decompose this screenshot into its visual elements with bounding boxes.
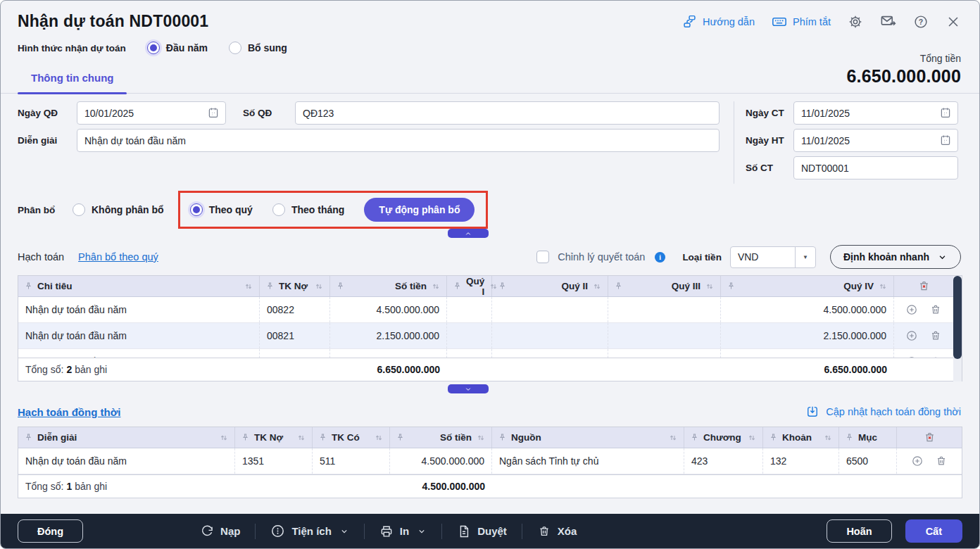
col-quy-1-header[interactable]: Quý I [447,276,492,296]
reload-button[interactable]: Nạp [200,524,255,538]
delete-row-button[interactable] [929,329,942,342]
guide-link[interactable]: Hướng dẫn [682,14,755,29]
pin-icon[interactable] [845,433,854,442]
col-so-tien-header[interactable]: Số tiền [390,427,492,448]
radio-theo-quy[interactable]: Theo quý [190,203,253,216]
sort-arrows-icon[interactable] [314,282,324,291]
col-quy-4-header[interactable]: Quý IV [721,276,894,296]
radio-bo-sung[interactable]: Bổ sung [229,42,287,54]
titlebar-actions: Hướng dẫn Phím tắt [682,13,961,30]
info-circle-icon[interactable] [653,251,667,264]
table-row[interactable]: Nhận dự toán đầu năm 00821 2.150.000.000… [18,323,962,349]
trash-icon [537,524,551,538]
add-row-button[interactable] [905,329,918,342]
trash-x-icon[interactable] [923,431,936,444]
radio-dot [73,203,85,216]
feedback-button[interactable] [880,13,896,30]
pin-icon[interactable] [690,433,699,442]
sort-arrows-icon[interactable] [374,433,384,443]
so-ct-input[interactable] [793,156,958,179]
pin-icon[interactable] [241,433,250,442]
delete-button[interactable]: Xóa [522,524,592,538]
sort-arrows-icon[interactable] [476,433,486,443]
table-row[interactable]: Nhận dự toán đầu năm 00822 4.500.000.000… [18,297,962,323]
collapse-down-button[interactable] [448,384,489,393]
table-row[interactable]: Nhận dự toán đầu năm 1351 511 4.500.000.… [18,448,962,474]
close-dialog-button[interactable]: Đóng [18,519,83,543]
shortcut-link[interactable]: Phím tắt [772,14,831,30]
sort-arrows-icon[interactable] [747,433,757,443]
col-tk-no-header[interactable]: TK Nợ [235,427,313,448]
pin-icon[interactable] [265,282,275,291]
sort-arrows-icon[interactable] [296,433,306,443]
ngay-ct-input[interactable] [793,101,958,125]
update-dong-thoi-link[interactable]: Cập nhật hạch toán đồng thời [805,405,961,419]
add-row-button[interactable] [905,303,918,316]
col-delete-header[interactable] [894,276,953,296]
chinh-ly-checkbox[interactable] [536,251,549,263]
pin-icon[interactable] [614,282,623,291]
table-scrollbar-track[interactable] [953,276,962,381]
radio-khong-phan-bo[interactable]: Không phân bổ [73,203,164,216]
sort-arrows-icon[interactable] [244,282,253,291]
sort-arrows-icon[interactable] [668,433,678,443]
pin-icon[interactable] [24,433,33,442]
col-delete-header[interactable] [897,427,962,448]
print-button[interactable]: In [365,524,441,538]
so-qd-input[interactable] [295,101,720,125]
table-scrollbar-thumb[interactable] [953,276,962,359]
pin-icon[interactable] [498,433,507,442]
dong-thoi-title-link[interactable]: Hạch toán đồng thời [18,406,120,418]
sort-arrows-icon[interactable] [219,433,229,443]
delete-row-button[interactable] [929,355,942,358]
radio-dau-nam[interactable]: Đầu năm [147,42,208,54]
col-chi-tieu-header[interactable]: Chi tiêu [18,276,260,296]
ngay-ht-input[interactable] [793,129,958,152]
sort-arrows-icon[interactable] [878,282,888,291]
col-quy-2-header[interactable]: Quý II [492,276,608,296]
radio-theo-thang[interactable]: Theo tháng [272,203,344,216]
postpone-button[interactable]: Hoãn [827,519,891,543]
table-row-clipped[interactable]: Nhận dự toán đầu năm 00820 [18,349,962,358]
col-khoan-header[interactable]: Khoản [763,427,839,448]
col-dien-giai-header[interactable]: Diễn giải [18,427,235,448]
phan-bo-theo-quy-link[interactable]: Phân bổ theo quý [78,251,158,263]
pin-icon[interactable] [453,282,462,291]
tab-thong-tin-chung[interactable]: Thông tin chung [18,72,127,93]
auto-allocate-button[interactable]: Tự động phân bổ [364,198,475,222]
sort-arrows-icon[interactable] [592,282,602,291]
col-quy-3-header[interactable]: Quý III [608,276,721,296]
pin-icon[interactable] [498,282,507,291]
close-button[interactable] [946,14,961,30]
pin-icon[interactable] [24,282,33,291]
col-nguon-header[interactable]: Nguồn [492,427,684,448]
approve-button[interactable]: Duyệt [442,524,522,538]
settings-button[interactable] [848,14,863,30]
col-muc-header[interactable]: Mục [839,427,897,448]
utilities-button[interactable]: Tiện ích [256,524,363,538]
col-tk-no-header[interactable]: TK Nợ [260,276,330,296]
help-button[interactable] [913,14,929,30]
sort-arrows-icon[interactable] [823,433,833,443]
pin-icon[interactable] [727,282,736,291]
quick-entry-button[interactable]: Định khoản nhanh [830,245,961,269]
pin-icon[interactable] [336,282,345,291]
dien-giai-input[interactable] [77,129,720,152]
sort-arrows-icon[interactable] [705,282,715,291]
collapse-up-button[interactable] [448,229,489,238]
add-row-button[interactable] [905,355,918,358]
sort-arrows-icon[interactable] [431,282,441,291]
currency-select[interactable]: VND ▼ [730,246,816,268]
add-row-button[interactable] [911,455,924,467]
trash-x-icon[interactable] [917,279,931,293]
col-chuong-header[interactable]: Chương [684,427,763,448]
pin-icon[interactable] [769,433,778,442]
col-tk-co-header[interactable]: TK Có [313,427,390,448]
pin-icon[interactable] [396,433,405,442]
delete-row-button[interactable] [929,303,942,316]
pin-icon[interactable] [318,433,327,442]
save-button[interactable]: Cất [905,519,962,543]
delete-row-button[interactable] [935,455,948,467]
col-so-tien-header[interactable]: Số tiền [330,276,447,296]
ngay-qd-input[interactable] [77,101,226,125]
